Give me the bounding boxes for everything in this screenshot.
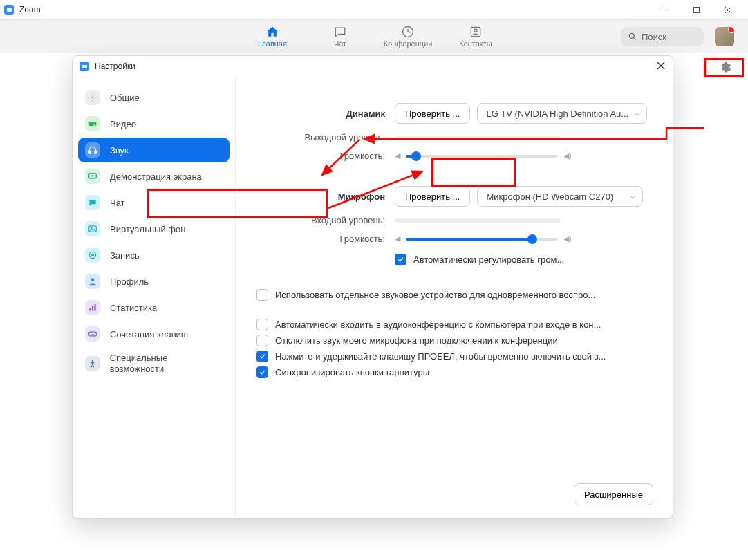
svg-rect-23	[94, 304, 95, 310]
test-mic-button[interactable]: Проверить ...	[395, 186, 470, 207]
close-icon[interactable]	[656, 61, 666, 73]
tab-contacts[interactable]: Контакты	[445, 25, 506, 48]
svg-point-19	[91, 254, 94, 256]
speaker-device-select[interactable]: LG TV (NVIDIA High Definition Au...	[477, 103, 647, 124]
tab-label: Главная	[258, 39, 287, 48]
speaker-volume-slider[interactable]	[406, 155, 558, 158]
checkbox-label: Отключить звук моего микрофона при подкл…	[275, 335, 558, 346]
tab-meetings[interactable]: Конференции	[377, 25, 438, 48]
input-level-meter	[395, 218, 561, 223]
checkbox-label: Автоматически входить в аудиоконференцию…	[275, 319, 601, 330]
zoom-logo-icon	[80, 62, 89, 71]
tab-chat[interactable]: Чат	[310, 25, 371, 48]
tab-home[interactable]: Главная	[242, 25, 303, 48]
svg-rect-14	[95, 151, 96, 153]
sidebar-item-label: Сочетания клавиш	[110, 329, 188, 339]
accessibility-icon	[85, 356, 100, 371]
checkbox-label: Синхронизировать кнопки гарнитуры	[275, 367, 429, 377]
mic-device-select[interactable]: Микрофон (HD Webcam C270)	[477, 186, 643, 207]
sidebar-item-statistics[interactable]: Статистика	[78, 295, 230, 320]
sidebar-item-share-screen[interactable]: Демонстрация экрана	[78, 164, 230, 189]
input-level-label: Входной уровень:	[256, 215, 395, 225]
search-input[interactable]: Поиск	[621, 27, 704, 46]
test-speaker-button[interactable]: Проверить ...	[395, 103, 470, 124]
sidebar-item-label: Звук	[110, 145, 129, 156]
search-placeholder: Поиск	[642, 32, 666, 42]
separate-device-checkbox[interactable]: Использовать отдельное звуковое устройст…	[256, 289, 652, 301]
svg-rect-1	[693, 7, 699, 12]
image-icon	[85, 221, 100, 236]
avatar[interactable]	[715, 27, 734, 46]
window-title: Zoom	[19, 5, 41, 15]
window-titlebar: Zoom	[0, 0, 748, 19]
sidebar-item-virtual-bg[interactable]: Виртуальный фон	[78, 216, 230, 241]
sidebar-item-label: Профиль	[110, 277, 149, 287]
svg-rect-16	[89, 226, 97, 232]
sidebar-item-chat[interactable]: Чат	[78, 190, 230, 215]
volume-high-icon: ◀)	[563, 234, 572, 243]
minimize-button[interactable]	[648, 0, 680, 19]
checkbox-icon	[256, 335, 268, 346]
tab-label: Конференции	[384, 39, 433, 48]
volume-label: Громкость:	[256, 234, 395, 244]
tab-label: Чат	[334, 39, 346, 48]
select-value: Микрофон (HD Webcam C270)	[486, 192, 613, 202]
volume-label: Громкость:	[256, 151, 395, 161]
volume-low-icon: ◀	[395, 234, 400, 243]
sidebar-item-shortcuts[interactable]: Сочетания клавиш	[78, 321, 230, 346]
press-space-checkbox[interactable]: Нажмите и удерживайте клавишу ПРОБЕЛ, чт…	[256, 351, 652, 362]
svg-point-20	[91, 278, 95, 281]
main-toolbar: Главная Чат Конференции Контакты Поиск	[0, 19, 748, 53]
mute-mic-checkbox[interactable]: Отключить звук моего микрофона при подкл…	[256, 335, 652, 346]
sidebar-item-label: Статистика	[110, 303, 157, 313]
checkbox-label: Автоматически регулировать гром...	[413, 254, 564, 265]
svg-point-25	[92, 360, 93, 362]
search-icon	[628, 32, 637, 41]
sidebar-item-general[interactable]: Общие	[78, 85, 230, 110]
output-level-meter	[395, 136, 561, 140]
settings-sidebar: Общие Видео Звук Демонстрация экрана	[73, 77, 236, 518]
sidebar-item-recording[interactable]: Запись	[78, 243, 230, 268]
video-icon	[85, 116, 100, 131]
modal-title: Настройки	[95, 62, 135, 71]
modal-header: Настройки	[73, 56, 673, 77]
svg-point-11	[91, 96, 94, 99]
volume-low-icon: ◀	[395, 151, 400, 160]
sidebar-item-accessibility[interactable]: Специальные возможности	[78, 348, 230, 380]
audio-settings-panel: Динамик Проверить ... LG TV (NVIDIA High…	[236, 77, 673, 518]
auto-adjust-checkbox[interactable]: Автоматически регулировать гром...	[395, 254, 564, 265]
svg-rect-21	[89, 308, 91, 311]
sidebar-item-video[interactable]: Видео	[78, 111, 230, 136]
svg-rect-13	[89, 151, 91, 153]
checkbox-icon	[256, 351, 268, 362]
gear-icon[interactable]	[719, 61, 731, 75]
advanced-button[interactable]: Расширенные	[574, 483, 653, 505]
close-button[interactable]	[712, 0, 744, 19]
chevron-down-icon	[629, 193, 637, 203]
svg-rect-24	[89, 332, 97, 336]
person-icon	[85, 274, 100, 289]
sidebar-item-label: Общие	[110, 93, 140, 103]
keyboard-icon	[85, 326, 100, 342]
volume-high-icon: ◀)	[563, 151, 572, 160]
svg-rect-22	[92, 306, 93, 311]
share-icon	[85, 169, 100, 184]
sidebar-item-label: Чат	[110, 198, 125, 208]
record-icon	[85, 248, 100, 263]
settings-modal: Настройки Общие Видео	[72, 55, 673, 519]
sidebar-item-label: Запись	[110, 250, 140, 261]
checkbox-label: Использовать отдельное звуковое устройст…	[275, 290, 595, 300]
auto-join-checkbox[interactable]: Автоматически входить в аудиоконференцию…	[256, 319, 652, 330]
sidebar-item-profile[interactable]: Профиль	[78, 269, 230, 294]
sync-headset-checkbox[interactable]: Синхронизировать кнопки гарнитуры	[256, 366, 652, 378]
checkbox-icon	[256, 289, 268, 301]
checkbox-label: Нажмите и удерживайте клавишу ПРОБЕЛ, чт…	[275, 351, 606, 362]
speaker-label: Динамик	[256, 109, 395, 119]
mic-volume-slider[interactable]	[406, 238, 558, 241]
checkbox-icon	[256, 366, 268, 378]
maximize-button[interactable]	[680, 0, 712, 19]
sidebar-item-audio[interactable]: Звук	[78, 138, 230, 162]
svg-point-7	[629, 33, 634, 38]
select-value: LG TV (NVIDIA High Definition Au...	[486, 109, 628, 119]
sidebar-item-label: Демонстрация экрана	[110, 171, 202, 182]
